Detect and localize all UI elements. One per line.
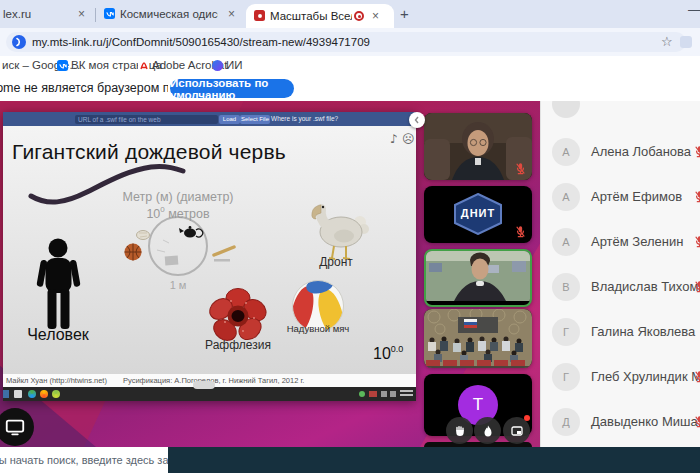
- tab-separator: [95, 8, 96, 22]
- presenter-app-icon: [14, 390, 22, 398]
- participant-row[interactable]: А Артём Ефимов: [541, 175, 700, 219]
- bookmark-ai[interactable]: ИИ: [226, 56, 243, 75]
- notification-text-clip: Chrome не является браузером по умолчани…: [0, 75, 168, 101]
- tab-vk[interactable]: Космическая одиссея юниор ×: [98, 0, 242, 28]
- default-browser-notification: Chrome не является браузером по умолчани…: [0, 75, 700, 102]
- basketball-icon: [125, 244, 142, 261]
- avatar-partial: [552, 101, 580, 118]
- swf-select-file-button[interactable]: Select File: [240, 115, 270, 124]
- presenter-app-icon: [3, 390, 9, 398]
- avatar: Г: [552, 318, 580, 346]
- close-icon[interactable]: ×: [78, 8, 85, 20]
- url-bar[interactable]: my.mts-link.ru/j/ConfDomnit/5090165430/s…: [6, 32, 686, 52]
- acrobat-icon: [138, 60, 149, 71]
- mic-muted-icon: [694, 145, 700, 159]
- participant-row[interactable]: Г Галина Яковлева: [541, 310, 700, 354]
- meter-ring: [149, 217, 207, 275]
- drag-handle[interactable]: [193, 381, 215, 389]
- vk-icon: [104, 8, 115, 19]
- mood-icon[interactable]: ☹: [402, 132, 415, 146]
- human-silhouette-icon: [36, 239, 80, 330]
- minimize-button[interactable]: —: [688, 2, 700, 17]
- video-tile-dnit[interactable]: ДНИТ: [424, 186, 532, 243]
- search-text: Чтобы начать поиск, введите здесь запрос: [0, 447, 168, 473]
- picture-in-picture-button[interactable]: [503, 417, 530, 444]
- scale-of-universe-icon: [254, 10, 265, 21]
- presenter-app-icon: [28, 390, 36, 398]
- zoom-level-indicator: 100.0: [373, 344, 403, 363]
- bookmarks-bar: иск – Google… ВК моя страница Adobe Acro…: [0, 56, 700, 75]
- box-icon: [165, 256, 179, 266]
- presenter-tray-icon: [390, 391, 396, 397]
- flame-icon: [481, 424, 495, 438]
- swf-load-button[interactable]: Load: [219, 115, 240, 124]
- windows-taskbar: Чтобы начать поиск, введите здесь запрос…: [0, 447, 700, 473]
- avatar: А: [552, 138, 580, 166]
- dodo-illustration: [312, 205, 369, 259]
- rafflesia-illustration: [206, 289, 271, 345]
- participant-name: Алена Лобанова: [591, 130, 691, 174]
- swf-url-input[interactable]: URL of a .swf file on the web: [75, 115, 218, 124]
- chevron-left-icon: [409, 112, 425, 128]
- close-icon[interactable]: ×: [228, 8, 235, 20]
- toolbar-extra-icon[interactable]: [680, 36, 692, 48]
- participant-row[interactable]: А Артём Зеленин: [541, 220, 700, 264]
- shell-icon: [137, 231, 150, 240]
- bookmark-star-icon[interactable]: ☆: [661, 32, 673, 52]
- classroom-video: [424, 309, 532, 368]
- new-tab-button[interactable]: +: [400, 5, 409, 22]
- shared-screen: URL of a .swf file on the web Load Selec…: [3, 112, 416, 401]
- scale-name-label: Метр (м) (диаметр): [108, 190, 248, 204]
- participant-name: Галина Яковлева: [591, 310, 695, 354]
- scale-power-label: 100 метров: [108, 205, 248, 221]
- participant-row[interactable]: А Алена Лобанова: [541, 130, 700, 174]
- participants-panel: А Алена Лобанова А Артём Ефимов А Артём …: [540, 101, 700, 447]
- tab-title: Масштабы Вселенной: сра: [270, 10, 352, 22]
- use-default-button[interactable]: Использовать по умолчанию: [170, 79, 294, 98]
- url-text: my.mts-link.ru/j/ConfDomnit/5090165430/s…: [32, 32, 370, 52]
- dodo-label: Дронт: [306, 255, 366, 269]
- presenter-app-icon: [52, 390, 60, 398]
- video-tile-woman[interactable]: [424, 113, 532, 180]
- mic-muted-icon: [694, 370, 700, 384]
- monitor-icon: [4, 416, 26, 438]
- participant-row[interactable]: Г Глеб Хрулиндик МА…: [541, 355, 700, 399]
- avatar: А: [552, 228, 580, 256]
- slide-title: Гигантский дождевой червь: [12, 140, 286, 164]
- human-label: Человек: [18, 326, 98, 344]
- beachball-label: Надувной мяч: [281, 323, 355, 334]
- russian-flag: [464, 319, 477, 328]
- site-favicon-mtslink-icon: [12, 35, 26, 49]
- participant-name: Давыденко Миша 6А: [591, 400, 700, 444]
- participant-row[interactable]: В Владислав Тихоми…: [541, 265, 700, 309]
- presenter-tray-icon: [359, 391, 365, 397]
- close-icon[interactable]: ×: [372, 10, 379, 22]
- taskbar-search-box[interactable]: Чтобы начать поиск, введите здесь запрос: [0, 447, 168, 473]
- credit-author: Майкл Хуан (http://htwins.net): [6, 374, 107, 387]
- scale-of-universe-slide[interactable]: Гигантский дождевой червь ♪ ☹ Метр (м) (…: [3, 126, 416, 374]
- tab-title: Космическая одиссея юниор: [120, 8, 218, 20]
- collapse-panel-button[interactable]: [409, 112, 425, 128]
- ring-size-label: 1 м: [148, 279, 208, 291]
- presenter-taskbar: [3, 387, 416, 401]
- swf-player-bar: URL of a .swf file on the web Load Selec…: [3, 112, 416, 126]
- mic-muted-icon: [694, 235, 700, 249]
- raise-hand-button[interactable]: [446, 417, 473, 444]
- bookmark-google[interactable]: иск – Google…: [2, 56, 81, 75]
- tab-yandex[interactable]: lex.ru ×: [0, 0, 92, 28]
- tab-title: lex.ru: [3, 8, 31, 20]
- video-tile-man-speaking[interactable]: [424, 249, 532, 307]
- browser-tab-strip: lex.ru × Космическая одиссея юниор × Мас…: [0, 0, 700, 28]
- music-icon[interactable]: ♪: [390, 132, 398, 146]
- mic-muted-icon: [694, 190, 700, 204]
- video-tile-classroom[interactable]: [424, 309, 532, 368]
- browser-toolbar: my.mts-link.ru/j/ConfDomnit/5090165430/s…: [0, 28, 700, 56]
- reactions-button[interactable]: [474, 417, 501, 444]
- bat-icon: [214, 247, 234, 255]
- participant-row[interactable]: Д Давыденко Миша 6А: [541, 400, 700, 444]
- presenter-clock: [400, 390, 413, 392]
- pip-icon: [510, 424, 524, 438]
- presenter-tray-icon: [381, 391, 387, 397]
- participant-name: Глеб Хрулиндик МА…: [591, 355, 700, 399]
- tab-scale-of-universe[interactable]: Масштабы Вселенной: сра ×: [246, 4, 394, 28]
